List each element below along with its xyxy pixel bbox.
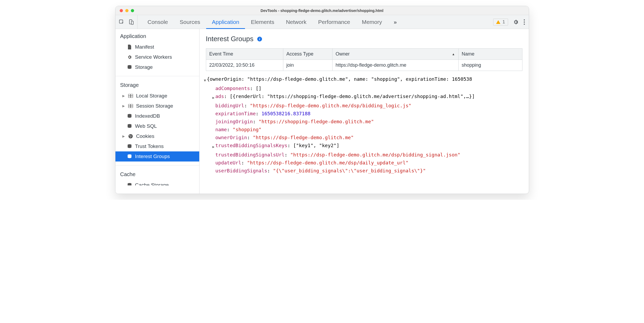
panel-tabs: Console Sources Application Elements Net… [142, 15, 403, 29]
sidebar-item-websql[interactable]: Web SQL [115, 121, 199, 131]
sidebar-item-label: Local Storage [136, 93, 167, 99]
more-icon[interactable] [523, 19, 525, 25]
tree-row[interactable]: biddingUrl: "https://dsp-fledge-demo.gli… [203, 102, 526, 110]
tab-sources[interactable]: Sources [174, 15, 206, 29]
tree-row[interactable]: updateUrl: "https://dsp-fledge-demo.glit… [203, 159, 526, 167]
tree-row[interactable]: name: "shopping" [203, 126, 526, 134]
sidebar-item-label: Cookies [136, 133, 155, 139]
svg-point-15 [128, 134, 132, 138]
sidebar-item-indexeddb[interactable]: IndexedDB [115, 111, 199, 121]
tab-label: Elements [251, 19, 274, 25]
tree-row[interactable]: adComponents: [] [203, 84, 526, 92]
titlebar: DevTools - shopping-fledge-demo.glitch.m… [115, 6, 529, 15]
caret-icon: ▶ [122, 104, 125, 108]
application-sidebar: Application Manifest Service Workers Sto… [115, 29, 200, 194]
sidebar-item-label: Web SQL [135, 123, 157, 129]
close-window-button[interactable] [120, 9, 123, 12]
tab-network[interactable]: Network [280, 15, 312, 29]
window-title: DevTools - shopping-fledge-demo.glitch.m… [115, 8, 529, 13]
panel-title: Interest Groups [206, 35, 254, 43]
sidebar-item-manifest[interactable]: Manifest [115, 42, 199, 52]
svg-point-16 [129, 135, 130, 136]
db-icon [127, 144, 132, 149]
col-name[interactable]: Name [458, 49, 522, 60]
tabs-overflow-button[interactable]: » [388, 15, 403, 29]
svg-point-4 [523, 21, 525, 22]
file-icon [127, 45, 132, 49]
db-icon [127, 114, 132, 118]
sidebar-item-storage[interactable]: Storage [115, 62, 199, 72]
db-icon [127, 154, 132, 159]
col-event-time[interactable]: Event Time [206, 49, 283, 60]
disclosure-closed-icon[interactable]: ▶ [212, 92, 215, 102]
tab-performance[interactable]: Performance [312, 15, 356, 29]
sidebar-item-label: Trust Tokens [135, 143, 164, 149]
devtools-window: DevTools - shopping-fledge-demo.glitch.m… [115, 6, 529, 194]
tab-label: Console [148, 19, 168, 25]
warnings-badge[interactable]: 1 [493, 19, 508, 26]
info-icon[interactable]: i [257, 37, 262, 41]
gear-icon [127, 55, 132, 60]
sidebar-item-label: Service Workers [135, 54, 172, 60]
cell-owner: https://dsp-fledge-demo.glitch.me [332, 60, 458, 71]
object-tree: ▼{ownerOrigin: "https://dsp-fledge-demo.… [200, 71, 529, 177]
svg-rect-2 [131, 21, 133, 24]
tree-row[interactable]: ownerOrigin: "https://dsp-fledge-demo.gl… [203, 134, 526, 142]
device-toggle-icon[interactable] [128, 19, 134, 25]
tree-row[interactable]: userBiddingSignals: "{\"user_bidding_sig… [203, 167, 526, 175]
sidebar-item-local-storage[interactable]: ▶ Local Storage [115, 91, 199, 101]
inspect-element-icon[interactable] [119, 19, 124, 25]
sidebar-item-cache-storage[interactable]: Cache Storage [115, 180, 199, 185]
sidebar-section-cache: Cache [115, 167, 199, 180]
svg-point-3 [523, 19, 525, 20]
tab-console[interactable]: Console [142, 15, 174, 29]
table-row[interactable]: 22/03/2022, 10:50:16 join https://dsp-fl… [206, 60, 522, 71]
sidebar-item-label: Cache Storage [135, 182, 169, 185]
devtools-toolbar: Console Sources Application Elements Net… [115, 15, 529, 29]
tree-row[interactable]: ▶ads: [{renderUrl: "https://shopping-fle… [203, 92, 526, 102]
sidebar-item-interest-groups[interactable]: Interest Groups [115, 151, 199, 162]
table-header-row: Event Time Access Type Owner▲ Name [206, 49, 522, 60]
settings-icon[interactable] [513, 19, 519, 25]
sidebar-item-cookies[interactable]: ▶ Cookies [115, 131, 199, 141]
tab-label: Memory [362, 19, 382, 25]
sidebar-item-service-workers[interactable]: Service Workers [115, 52, 199, 62]
disclosure-open-icon[interactable]: ▼ [203, 75, 207, 84]
tree-row[interactable]: expirationTime: 1650538216.837188 [203, 110, 526, 118]
tab-memory[interactable]: Memory [356, 15, 388, 29]
zoom-window-button[interactable] [131, 9, 134, 12]
tree-row[interactable]: trustedBiddingSignalsUrl: "https://dsp-f… [203, 151, 526, 159]
cookie-icon [128, 134, 134, 139]
tree-row[interactable]: joiningOrigin: "https://shopping-fledge-… [203, 118, 526, 126]
tab-label: Network [286, 19, 306, 25]
tree-root[interactable]: ▼{ownerOrigin: "https://dsp-fledge-demo.… [203, 75, 526, 84]
sidebar-item-trust-tokens[interactable]: Trust Tokens [115, 141, 199, 151]
db-icon [127, 65, 132, 70]
sidebar-section-application: Application [115, 29, 199, 42]
warning-icon [496, 20, 500, 24]
svg-point-17 [131, 136, 132, 137]
sidebar-item-label: Storage [135, 64, 153, 70]
sidebar-section-storage: Storage [115, 78, 199, 91]
warnings-count: 1 [502, 19, 505, 25]
col-access-type[interactable]: Access Type [283, 49, 332, 60]
db-icon [127, 183, 132, 185]
caret-icon: ▶ [122, 94, 125, 98]
tree-row[interactable]: ▶trustedBiddingSignalsKeys: ["key1", "ke… [203, 142, 526, 151]
svg-point-18 [130, 137, 131, 137]
minimize-window-button[interactable] [125, 9, 128, 12]
sidebar-item-label: Session Storage [136, 103, 173, 109]
sidebar-item-label: IndexedDB [135, 113, 160, 119]
window-controls [115, 9, 134, 12]
tab-label: Performance [318, 19, 350, 25]
disclosure-closed-icon[interactable]: ▶ [212, 142, 215, 151]
divider [115, 76, 199, 76]
tab-elements[interactable]: Elements [245, 15, 280, 29]
sidebar-item-session-storage[interactable]: ▶ Session Storage [115, 101, 199, 111]
sidebar-item-label: Interest Groups [135, 154, 170, 159]
tab-application[interactable]: Application [206, 15, 245, 29]
tab-label: Sources [180, 19, 200, 25]
sidebar-item-label: Manifest [135, 44, 154, 50]
cell-name: shopping [458, 60, 522, 71]
col-owner[interactable]: Owner▲ [332, 49, 458, 60]
